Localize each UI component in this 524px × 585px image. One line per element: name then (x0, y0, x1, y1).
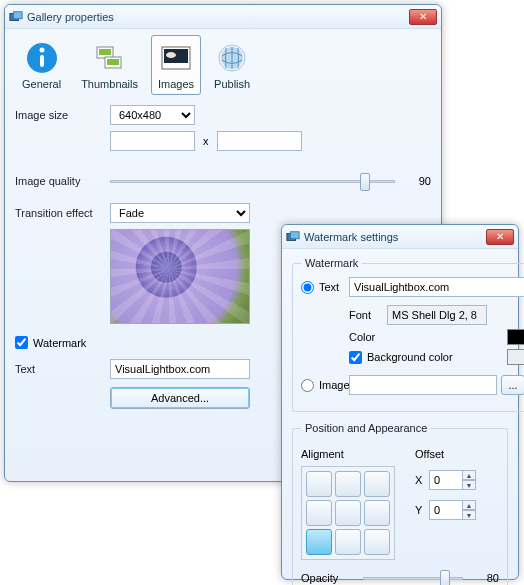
align-tl[interactable] (306, 471, 332, 497)
tab-publish-label: Publish (214, 78, 250, 90)
color-label: Color (349, 331, 387, 343)
position-appearance-group: Position and Appearance Aligment (292, 422, 508, 585)
quality-value: 90 (403, 175, 431, 187)
image-quality-label: Image quality (15, 175, 110, 187)
svg-rect-6 (99, 49, 111, 55)
svg-rect-8 (107, 59, 119, 65)
align-br[interactable] (364, 529, 390, 555)
font-row: Font MS Shell Dlg 2, 8 (349, 305, 524, 325)
alignment-label: Aligment (301, 448, 395, 460)
offset-column: Offset X ▲▼ Y ▲▼ (415, 448, 476, 560)
text-radio-row: Text (301, 277, 524, 297)
watermark-title: Watermark settings (304, 231, 486, 243)
svg-rect-3 (40, 55, 44, 67)
spin-down-icon[interactable]: ▼ (462, 480, 476, 490)
tab-thumbnails[interactable]: Thumbnails (74, 35, 145, 95)
gallery-titlebar: Gallery properties ✕ (5, 5, 441, 29)
thumbnails-icon (92, 40, 128, 76)
info-icon (24, 40, 60, 76)
watermark-text-input[interactable] (349, 277, 524, 297)
dim-separator: x (203, 135, 209, 147)
bgcolor-label: Background color (367, 351, 453, 363)
image-quality-row: Image quality 90 (15, 169, 431, 193)
opacity-row: Opacity 80 (301, 566, 499, 585)
quality-slider[interactable] (110, 169, 395, 193)
image-size-label: Image size (15, 109, 110, 121)
tab-general[interactable]: General (15, 35, 68, 95)
text-radio-label[interactable]: Text (301, 281, 349, 294)
watermark-settings-window: Watermark settings ✕ Watermark Text Font… (281, 224, 519, 580)
align-mr[interactable] (364, 500, 390, 526)
tab-images[interactable]: Images (151, 35, 201, 95)
spin-down-icon[interactable]: ▼ (462, 510, 476, 520)
svg-point-11 (166, 52, 176, 58)
bgcolor-row: Background color (349, 349, 524, 365)
offset-x-spinner[interactable]: ▲▼ (462, 470, 476, 490)
opacity-label: Opacity (301, 572, 359, 584)
y-label: Y (415, 504, 429, 516)
close-button[interactable]: ✕ (486, 229, 514, 245)
watermark-content: Watermark Text Font MS Shell Dlg 2, 8 Co… (282, 249, 518, 585)
transition-preview (110, 229, 250, 324)
svg-rect-1 (13, 11, 22, 18)
text-label: Text (15, 363, 110, 375)
svg-point-4 (39, 48, 44, 53)
watermark-group: Watermark Text Font MS Shell Dlg 2, 8 Co… (292, 257, 524, 412)
offset-x-input[interactable] (429, 470, 463, 490)
width-input[interactable] (110, 131, 195, 151)
spin-up-icon[interactable]: ▲ (462, 500, 476, 510)
app-icon (9, 10, 23, 24)
offset-x-row: X ▲▼ (415, 470, 476, 490)
align-ml[interactable] (306, 500, 332, 526)
alignment-grid (301, 466, 395, 560)
opacity-slider[interactable] (359, 566, 463, 585)
image-size-row: Image size 640x480 (15, 105, 431, 125)
close-button[interactable]: ✕ (409, 9, 437, 25)
height-input[interactable] (217, 131, 302, 151)
align-tc[interactable] (335, 471, 361, 497)
dimensions-row: x (110, 131, 431, 151)
transition-row: Transition effect Fade (15, 203, 431, 223)
align-bl[interactable] (306, 529, 332, 555)
spin-up-icon[interactable]: ▲ (462, 470, 476, 480)
offset-y-spinner[interactable]: ▲▼ (462, 500, 476, 520)
images-icon (158, 40, 194, 76)
align-bc[interactable] (335, 529, 361, 555)
bgcolor-checkbox[interactable] (349, 351, 362, 364)
offset-y-row: Y ▲▼ (415, 500, 476, 520)
app-icon (286, 230, 300, 244)
tab-thumbnails-label: Thumbnails (81, 78, 138, 90)
image-path-input[interactable] (349, 375, 497, 395)
watermark-text-input[interactable] (110, 359, 250, 379)
image-radio-row: Image ... (301, 375, 524, 395)
watermark-label: Watermark (33, 337, 86, 349)
tab-general-label: General (22, 78, 61, 90)
align-mc[interactable] (335, 500, 361, 526)
watermark-group-legend: Watermark (301, 257, 362, 269)
alignment-column: Aligment (301, 448, 395, 560)
svg-rect-15 (290, 231, 299, 238)
color-swatch[interactable] (507, 329, 524, 345)
bgcolor-swatch[interactable] (507, 349, 524, 365)
offset-y-input[interactable] (429, 500, 463, 520)
font-select[interactable]: MS Shell Dlg 2, 8 (387, 305, 487, 325)
opacity-slider-thumb[interactable] (440, 570, 450, 586)
align-tr[interactable] (364, 471, 390, 497)
pa-legend: Position and Appearance (301, 422, 431, 434)
publish-icon (214, 40, 250, 76)
watermark-checkbox[interactable] (15, 336, 28, 349)
browse-button[interactable]: ... (501, 375, 524, 395)
image-radio-label[interactable]: Image (301, 379, 349, 392)
text-radio[interactable] (301, 281, 314, 294)
image-size-select[interactable]: 640x480 (110, 105, 195, 125)
quality-slider-thumb[interactable] (360, 173, 370, 191)
image-radio[interactable] (301, 379, 314, 392)
gallery-title: Gallery properties (27, 11, 409, 23)
tab-publish[interactable]: Publish (207, 35, 257, 95)
advanced-button[interactable]: Advanced... (110, 387, 250, 409)
watermark-titlebar: Watermark settings ✕ (282, 225, 518, 249)
font-label: Font (349, 309, 387, 321)
offset-label: Offset (415, 448, 476, 460)
opacity-value: 80 (471, 572, 499, 584)
transition-select[interactable]: Fade (110, 203, 250, 223)
